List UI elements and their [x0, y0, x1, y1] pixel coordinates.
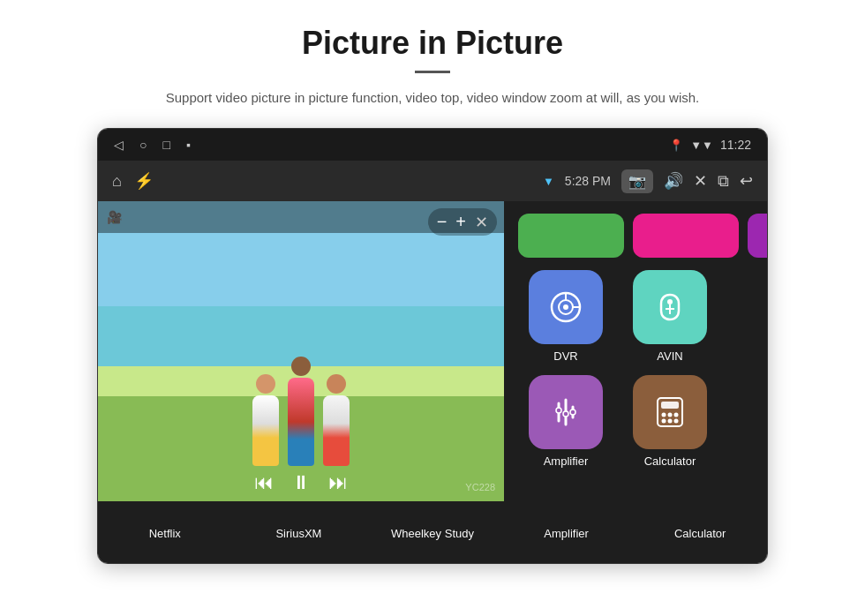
pip-controls[interactable]: − + ✕	[428, 208, 497, 236]
person-1-body	[252, 395, 279, 466]
recents-nav-icon[interactable]: □	[162, 138, 169, 152]
volume-icon[interactable]: 🔊	[664, 171, 683, 191]
beach-people	[124, 289, 478, 466]
dvr-label: DVR	[553, 349, 577, 363]
top-app-row: ◉	[518, 208, 768, 258]
status-bar-right: 📍 ▼▼ 11:22	[669, 138, 751, 152]
screen-body: 🎥 − + ✕ ⏮ ⏸ ⏭ YC228	[98, 201, 767, 501]
page-wrapper: Picture in Picture Support video picture…	[0, 0, 865, 616]
bottom-amplifier-label: Amplifier	[544, 527, 589, 540]
calculator-svg	[651, 393, 689, 432]
calculator-icon[interactable]	[633, 375, 707, 449]
status-time: 11:22	[720, 138, 751, 152]
pip-close-btn[interactable]: ✕	[475, 213, 488, 232]
video-player[interactable]: 🎥 − + ✕ ⏮ ⏸ ⏭ YC228	[98, 201, 504, 501]
person-3	[323, 374, 350, 466]
pip-container: 🎥 − + ✕ ⏮ ⏸ ⏭ YC228	[98, 201, 504, 501]
avin-tile[interactable]: AVIN	[622, 270, 718, 363]
person-2-body	[288, 378, 314, 466]
person-1-head	[256, 374, 275, 394]
person-2-head	[291, 357, 311, 376]
wifi-icon: ▼▼	[690, 139, 713, 152]
camera-icon[interactable]: 📷	[621, 169, 653, 193]
status-bar-left: ◁ ○ □ ▪	[114, 138, 191, 152]
video-camera-icon: 🎥	[107, 210, 122, 224]
avin-label: AVIN	[657, 349, 682, 363]
wheelkey-btn[interactable]: ◉	[748, 214, 768, 258]
icon-row-2: Amplifier	[518, 375, 768, 468]
home-nav-icon[interactable]: ○	[139, 138, 147, 152]
page-title: Picture in Picture	[302, 25, 563, 62]
svg-point-11	[556, 408, 561, 413]
location-icon: 📍	[669, 139, 683, 152]
bottom-calculator[interactable]: Calculator	[643, 527, 757, 540]
svg-point-17	[668, 413, 673, 417]
pip-icon[interactable]: ⧉	[718, 172, 729, 191]
device-frame: ◁ ○ □ ▪ 📍 ▼▼ 11:22 ⌂ ⚡ ▼ 5:28 PM 📷 🔊	[97, 128, 768, 564]
wifi-status-icon: ▼	[543, 175, 554, 188]
bottom-amplifier[interactable]: Amplifier	[509, 527, 624, 540]
next-btn[interactable]: ⏭	[328, 471, 348, 494]
svg-rect-15	[661, 402, 679, 409]
bottom-apps-row: Netflix SiriusXM Wheelkey Study Amplifie…	[98, 501, 767, 563]
person-1	[252, 374, 279, 466]
svg-point-20	[668, 419, 673, 424]
person-3-head	[327, 374, 346, 394]
svg-point-13	[570, 409, 575, 415]
person-3-body	[323, 395, 350, 466]
bottom-netflix[interactable]: Netflix	[108, 527, 222, 540]
svg-point-21	[674, 419, 679, 424]
screenshot-nav-icon[interactable]: ▪	[186, 138, 191, 152]
app-grid-area: ◉	[504, 201, 768, 501]
avin-svg	[652, 289, 688, 325]
pip-plus-btn[interactable]: +	[455, 212, 466, 232]
pip-minus-btn[interactable]: −	[437, 212, 448, 232]
bottom-wheelkey-label: Wheelkey Study	[391, 527, 474, 540]
watermark: YC228	[465, 482, 495, 492]
calculator-label: Calculator	[644, 454, 696, 468]
close-icon[interactable]: ✕	[694, 171, 707, 191]
home-icon[interactable]: ⌂	[112, 172, 122, 191]
bottom-calculator-label: Calculator	[674, 527, 726, 540]
toolbar-time: 5:28 PM	[565, 174, 611, 188]
amplifier-icon[interactable]	[529, 375, 603, 449]
row-spacer	[518, 363, 768, 375]
bottom-wheelkey[interactable]: Wheelkey Study	[375, 527, 490, 540]
app-toolbar: ⌂ ⚡ ▼ 5:28 PM 📷 🔊 ✕ ⧉ ↩	[98, 161, 767, 201]
play-pause-btn[interactable]: ⏸	[291, 471, 311, 494]
amplifier-tile[interactable]: Amplifier	[518, 375, 613, 468]
avin-icon[interactable]	[633, 270, 707, 344]
usb-icon[interactable]: ⚡	[134, 171, 154, 191]
prev-btn[interactable]: ⏮	[254, 471, 274, 494]
back-icon[interactable]: ↩	[740, 171, 753, 191]
bottom-siriusxm[interactable]: SiriusXM	[241, 527, 356, 540]
toolbar-right: ▼ 5:28 PM 📷 🔊 ✕ ⧉ ↩	[543, 169, 753, 193]
svg-point-16	[662, 413, 666, 417]
person-2	[288, 357, 314, 466]
calculator-tile[interactable]: Calculator	[622, 375, 718, 468]
svg-point-12	[563, 411, 568, 417]
dvr-tile[interactable]: DVR	[518, 270, 613, 363]
svg-point-19	[662, 419, 666, 424]
bottom-siriusxm-label: SiriusXM	[275, 527, 321, 540]
amplifier-label: Amplifier	[544, 454, 589, 468]
icon-row-1: DVR AVIN	[518, 270, 768, 363]
status-bar: ◁ ○ □ ▪ 📍 ▼▼ 11:22	[98, 129, 767, 161]
siriusxm-btn[interactable]	[633, 214, 739, 258]
svg-point-2	[563, 304, 568, 310]
page-subtitle: Support video picture in picture functio…	[166, 87, 699, 109]
amplifier-svg	[548, 394, 583, 430]
dvr-icon[interactable]	[529, 270, 603, 344]
dvr-svg	[548, 289, 583, 325]
back-nav-icon[interactable]: ◁	[114, 138, 124, 152]
video-bottom-controls: ⏮ ⏸ ⏭	[98, 471, 504, 494]
svg-point-5	[667, 299, 673, 304]
svg-point-18	[674, 413, 679, 417]
bottom-netflix-label: Netflix	[149, 527, 181, 540]
netflix-btn[interactable]	[518, 214, 624, 258]
title-divider	[415, 71, 450, 73]
toolbar-left: ⌂ ⚡	[112, 171, 154, 191]
